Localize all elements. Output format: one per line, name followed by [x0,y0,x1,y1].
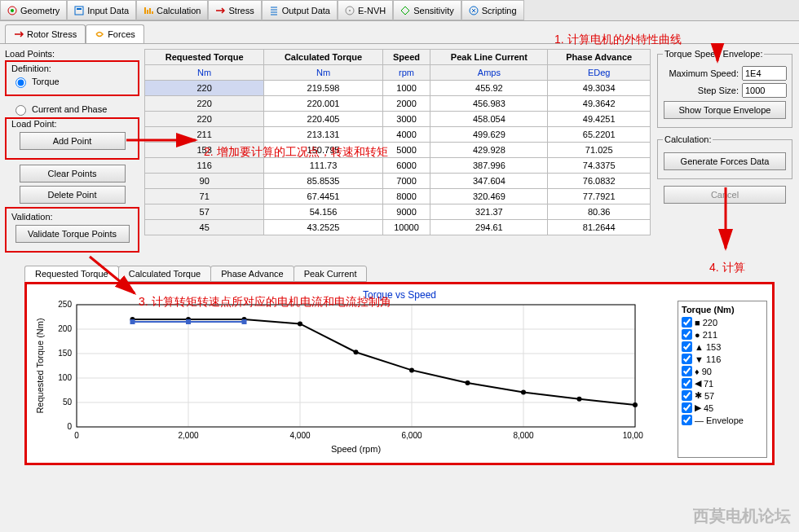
table-cell[interactable]: 71 [145,189,264,204]
step-size-input[interactable] [742,83,787,98]
table-cell[interactable]: 76.0832 [548,174,651,189]
legend-checkbox[interactable] [682,341,692,352]
toolbar-calculation[interactable]: Calculation [136,0,208,20]
table-cell[interactable]: 90 [145,174,264,189]
legend-item[interactable]: ✱57 [682,389,763,402]
table-row[interactable]: 220220.4053000458.05449.4251 [145,112,651,127]
column-header[interactable]: Requested Torque [145,50,264,65]
toolbar-output-data[interactable]: Output Data [262,0,338,20]
table-cell[interactable]: 111.73 [264,158,382,174]
validate-button[interactable]: Validate Torque Points [15,225,130,243]
table-cell[interactable]: 321.37 [430,204,548,220]
table-cell[interactable]: 220.405 [264,112,382,127]
chart-tab-requested[interactable]: Requested Torque [24,266,119,282]
table-cell[interactable]: 71.025 [548,143,651,158]
legend-item[interactable]: ▲153 [682,341,763,353]
table-cell[interactable]: 80.36 [548,204,651,220]
table-cell[interactable]: 499.629 [430,127,548,143]
max-speed-input[interactable] [742,66,787,81]
table-cell[interactable]: 458.054 [430,112,548,127]
table-cell[interactable]: 220.001 [264,96,382,112]
table-cell[interactable]: 220 [145,96,264,112]
legend-item[interactable]: ◀71 [682,377,763,389]
legend-checkbox[interactable] [682,415,692,425]
legend-checkbox[interactable] [682,378,692,389]
chart-tab-phase[interactable]: Phase Advance [210,266,294,282]
chart-tab-peak[interactable]: Peak Current [294,266,368,282]
toolbar-envh[interactable]: E-NVH [338,0,393,20]
radio-torque-input[interactable] [15,77,26,88]
table-row[interactable]: 116111.736000387.99674.3375 [145,158,651,174]
legend-item[interactable]: ♦90 [682,365,763,377]
column-header[interactable]: Phase Advance [548,50,651,65]
delete-point-button[interactable]: Delete Point [20,186,126,204]
toolbar-input-data[interactable]: Input Data [67,0,136,20]
table-cell[interactable]: 9000 [382,204,430,220]
table-row[interactable]: 220220.0012000456.98349.3642 [145,96,651,112]
table-cell[interactable]: 456.983 [430,96,548,112]
table-cell[interactable]: 3000 [382,112,430,127]
table-cell[interactable]: 54.156 [264,204,382,220]
legend-checkbox[interactable] [682,329,692,340]
table-cell[interactable]: 150.795 [264,143,382,158]
table-cell[interactable]: 211 [145,127,264,143]
table-cell[interactable]: 220 [145,112,264,127]
clear-points-button[interactable]: Clear Points [20,165,126,182]
table-row[interactable]: 4543.252510000294.6181.2644 [145,220,651,235]
table-cell[interactable]: 213.131 [264,127,382,143]
legend-checkbox[interactable] [682,366,692,376]
toolbar-geometry[interactable]: Geometry [0,0,67,20]
table-cell[interactable]: 153 [145,143,264,158]
table-cell[interactable]: 4000 [382,127,430,143]
table-row[interactable]: 7167.44518000320.46977.7921 [145,189,651,204]
legend-checkbox[interactable] [682,390,692,401]
table-cell[interactable]: 49.3034 [548,81,651,96]
table-cell[interactable]: 49.4251 [548,112,651,127]
table-cell[interactable]: 49.3642 [548,96,651,112]
table-cell[interactable]: 57 [145,204,264,220]
table-row[interactable]: 211213.1314000499.62965.2201 [145,127,651,143]
legend-item[interactable]: ●211 [682,328,763,341]
radio-current-phase[interactable]: Current and Phase [5,101,139,117]
table-cell[interactable]: 2000 [382,96,430,112]
table-cell[interactable]: 7000 [382,174,430,189]
table-cell[interactable]: 77.7921 [548,189,651,204]
table-cell[interactable]: 65.2201 [548,127,651,143]
chart-plot[interactable]: 02,0004,0006,0008,00010,0000501001502002… [32,301,673,458]
column-header[interactable]: Calculated Torque [264,50,382,65]
table-cell[interactable]: 6000 [382,158,430,174]
column-header[interactable]: Peak Line Current [430,50,548,65]
table-cell[interactable]: 219.598 [264,81,382,96]
legend-checkbox[interactable] [682,402,692,413]
chart-tab-calculated[interactable]: Calculated Torque [118,266,211,282]
table-cell[interactable]: 220 [145,81,264,96]
table-cell[interactable]: 10000 [382,220,430,235]
table-cell[interactable]: 429.928 [430,143,548,158]
table-cell[interactable]: 43.2525 [264,220,382,235]
table-row[interactable]: 9085.85357000347.60476.0832 [145,174,651,189]
cancel-button[interactable]: Cancel [664,186,786,204]
table-cell[interactable]: 67.4451 [264,189,382,204]
toolbar-sensitivity[interactable]: Sensitivity [393,0,461,20]
generate-forces-button[interactable]: Generate Forces Data [664,152,786,170]
toolbar-stress[interactable]: Stress [208,0,261,20]
legend-item[interactable]: ■220 [682,316,763,328]
radio-current-input[interactable] [15,105,26,116]
toolbar-scripting[interactable]: Scripting [461,0,524,20]
table-cell[interactable]: 74.3375 [548,158,651,174]
legend-checkbox[interactable] [682,354,692,364]
table-row[interactable]: 220219.5981000455.9249.3034 [145,81,651,96]
data-table[interactable]: Requested TorqueCalculated TorqueSpeedPe… [144,49,651,235]
table-cell[interactable]: 387.996 [430,158,548,174]
table-cell[interactable]: 45 [145,220,264,235]
table-cell[interactable]: 320.469 [430,189,548,204]
add-point-button[interactable]: Add Point [20,132,126,150]
table-row[interactable]: 5754.1569000321.3780.36 [145,204,651,220]
table-row[interactable]: 153150.7955000429.92871.025 [145,143,651,158]
legend-item[interactable]: ▶45 [682,402,763,414]
legend-checkbox[interactable] [682,317,692,328]
table-cell[interactable]: 81.2644 [548,220,651,235]
legend-item[interactable]: —Envelope [682,414,763,426]
show-envelope-button[interactable]: Show Torque Envelope [664,101,786,119]
column-header[interactable]: Speed [382,50,430,65]
